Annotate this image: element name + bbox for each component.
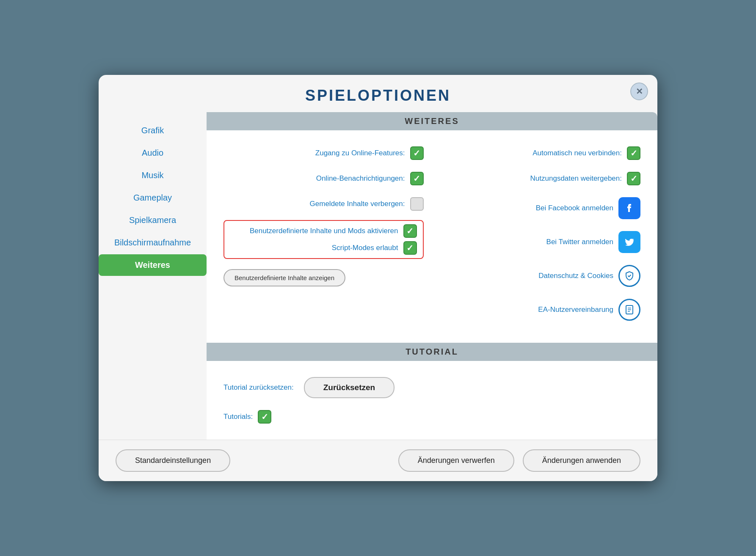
option-scriptmodes-label: Script-Modes erlaubt xyxy=(332,243,398,253)
sidebar-item-musik[interactable]: Musik xyxy=(99,165,207,186)
option-ea-agreement-label: EA-Nutzervereinbarung xyxy=(538,305,613,314)
option-hide-reported-label: Gemeldete Inhalte verbergen: xyxy=(310,199,405,209)
option-online-notifications: Online-Benachrichtigungen: xyxy=(223,166,424,191)
dialog-body: Grafik Audio Musik Gameplay Spielkamera … xyxy=(99,112,657,440)
footer-right-buttons: Änderungen verwerfen Änderungen anwenden xyxy=(398,449,640,472)
option-facebook-label: Bei Facebook anmelden xyxy=(536,204,613,213)
sidebar-item-spielkamera[interactable]: Spielkamera xyxy=(99,209,207,231)
mods-highlight-box: Benutzerdefinierte Inhalte und Mods akti… xyxy=(223,220,424,259)
option-tutorial-reset-label: Tutorial zurücksetzen: xyxy=(223,383,294,392)
option-privacy: Datenschutz & Cookies xyxy=(441,259,641,293)
tutorial-header: Tutorial xyxy=(207,343,657,361)
facebook-button[interactable] xyxy=(618,197,640,219)
settings-dialog: Spieloptionen ✕ Grafik Audio Musik Gamep… xyxy=(99,75,657,481)
checkbox-usage-data[interactable] xyxy=(627,172,640,185)
option-mods-label: Benutzerdefinierte Inhalte und Mods akti… xyxy=(250,226,398,236)
option-twitter-label: Bei Twitter anmelden xyxy=(546,237,613,247)
weiteres-header: Weiteres xyxy=(207,112,657,130)
main-content: Weiteres Zugang zu Online-Features: Onli… xyxy=(207,112,657,440)
option-privacy-label: Datenschutz & Cookies xyxy=(538,271,613,281)
show-content-button[interactable]: Benutzerdefinierte Inhalte anzeigen xyxy=(223,269,345,286)
option-scriptmodes: Script-Modes erlaubt xyxy=(230,241,417,255)
checkbox-online-features[interactable] xyxy=(410,146,424,160)
sidebar-item-weiteres[interactable]: Weiteres xyxy=(99,254,207,276)
apply-changes-button[interactable]: Änderungen anwenden xyxy=(523,449,640,472)
option-online-features-label: Zugang zu Online-Features: xyxy=(315,149,405,158)
option-auto-reconnect: Automatisch neu verbinden: xyxy=(441,140,641,166)
discard-changes-button[interactable]: Änderungen verwerfen xyxy=(398,449,514,472)
option-facebook: Bei Facebook anmelden xyxy=(441,191,641,225)
reset-button[interactable]: Zurücksetzen xyxy=(304,377,395,398)
checkbox-scriptmodes[interactable] xyxy=(403,241,417,255)
option-usage-data-label: Nutzungsdaten weitergeben: xyxy=(530,174,622,183)
option-twitter: Bei Twitter anmelden xyxy=(441,225,641,259)
sidebar-item-gameplay[interactable]: Gameplay xyxy=(99,187,207,209)
option-ea-agreement: EA-Nutzervereinbarung xyxy=(441,293,641,327)
privacy-button[interactable] xyxy=(618,265,640,287)
sidebar: Grafik Audio Musik Gameplay Spielkamera … xyxy=(99,112,207,440)
checkbox-auto-reconnect[interactable] xyxy=(627,146,640,160)
close-button[interactable]: ✕ xyxy=(630,83,648,100)
checkbox-hide-reported[interactable] xyxy=(410,197,424,211)
left-column: Zugang zu Online-Features: Online-Benach… xyxy=(223,140,424,286)
checkbox-online-notifications[interactable] xyxy=(410,172,424,185)
checkbox-mods[interactable] xyxy=(403,224,417,238)
option-usage-data: Nutzungsdaten weitergeben: xyxy=(441,166,641,191)
option-tutorials-label: Tutorials: xyxy=(223,412,253,421)
dialog-title: Spieloptionen xyxy=(99,75,657,112)
option-online-notifications-label: Online-Benachrichtigungen: xyxy=(316,174,405,183)
ea-agreement-button[interactable] xyxy=(618,299,640,321)
dialog-footer: Standardeinstellungen Änderungen verwerf… xyxy=(99,440,657,481)
tutorial-body: Tutorial zurücksetzen: Zurücksetzen Tuto… xyxy=(207,361,657,440)
twitter-button[interactable] xyxy=(618,231,640,253)
option-auto-reconnect-label: Automatisch neu verbinden: xyxy=(533,149,622,158)
weiteres-options-grid: Zugang zu Online-Features: Online-Benach… xyxy=(223,140,640,327)
option-online-features: Zugang zu Online-Features: xyxy=(223,140,424,166)
sidebar-item-audio[interactable]: Audio xyxy=(99,142,207,164)
default-settings-button[interactable]: Standardeinstellungen xyxy=(116,449,230,472)
option-hide-reported: Gemeldete Inhalte verbergen: xyxy=(223,191,424,217)
sidebar-item-bildschirmaufnahme[interactable]: Bildschirmaufnahme xyxy=(99,232,207,253)
checkbox-tutorials[interactable] xyxy=(258,410,271,424)
weiteres-body: Zugang zu Online-Features: Online-Benach… xyxy=(207,130,657,343)
option-tutorials: Tutorials: xyxy=(223,404,640,429)
right-column: Automatisch neu verbinden: Nutzungsdaten… xyxy=(441,140,641,327)
tutorial-section: Tutorial Tutorial zurücksetzen: Zurückse… xyxy=(207,343,657,440)
sidebar-item-grafik[interactable]: Grafik xyxy=(99,120,207,141)
option-tutorial-reset: Tutorial zurücksetzen: Zurücksetzen xyxy=(223,371,640,404)
option-mods: Benutzerdefinierte Inhalte und Mods akti… xyxy=(230,224,417,238)
